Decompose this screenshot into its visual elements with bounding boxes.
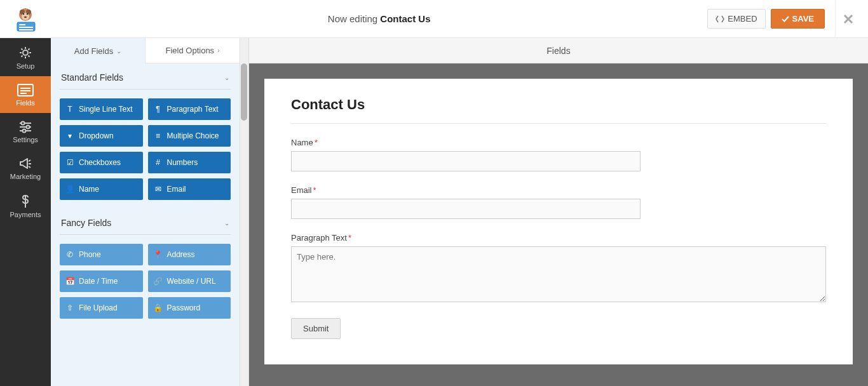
text-icon: T (66, 105, 74, 114)
canvas-title: Fields (249, 38, 868, 63)
calendar-icon: 📅 (66, 277, 74, 286)
svg-point-11 (23, 50, 28, 55)
field-checkboxes[interactable]: ☑Checkboxes (60, 152, 143, 173)
dollar-icon (21, 194, 30, 208)
field-password[interactable]: 🔒Password (148, 297, 231, 319)
svg-point-5 (27, 13, 29, 15)
field-dropdown[interactable]: ▾Dropdown (60, 125, 143, 147)
nav-marketing[interactable]: Marketing (0, 150, 51, 187)
chevron-down-icon: ⌄ (116, 48, 121, 55)
svg-point-6 (24, 16, 27, 18)
panel-tabs: Add Fields ⌄ Field Options › (51, 38, 240, 63)
tab-add-fields[interactable]: Add Fields ⌄ (51, 38, 145, 63)
field-email[interactable]: ✉Email (148, 178, 231, 200)
field-single-line-text[interactable]: TSingle Line Text (60, 98, 143, 120)
svg-point-20 (27, 126, 30, 129)
preview-field-email[interactable]: Email* (291, 185, 826, 219)
form-preview: Contact Us Name* Email* Paragraph Text* … (264, 79, 853, 364)
scrollbar-thumb[interactable] (241, 63, 247, 121)
paragraph-label: Paragraph Text* (291, 233, 826, 243)
link-icon: 🔗 (154, 277, 162, 286)
preview-field-paragraph[interactable]: Paragraph Text* (291, 233, 826, 304)
close-button[interactable] (835, 0, 860, 38)
name-input[interactable] (291, 151, 641, 171)
svg-rect-9 (19, 27, 33, 28)
top-actions: EMBED SAVE (707, 0, 868, 38)
field-phone[interactable]: ✆Phone (60, 244, 143, 265)
sliders-icon (18, 121, 32, 133)
canvas-area[interactable]: Contact Us Name* Email* Paragraph Text* … (249, 63, 868, 386)
chevron-down-icon: ⌄ (224, 74, 229, 81)
envelope-icon: ✉ (154, 185, 162, 194)
field-website-url[interactable]: 🔗Website / URL (148, 270, 231, 292)
wpforms-logo-icon (12, 6, 39, 32)
submit-button[interactable]: Submit (291, 318, 341, 339)
svg-rect-8 (19, 24, 25, 25)
field-numbers[interactable]: #Numbers (148, 152, 231, 173)
hash-icon: # (154, 158, 162, 167)
lock-icon: 🔒 (154, 303, 162, 312)
nav-fields[interactable]: Fields (0, 76, 51, 113)
check-icon (782, 15, 789, 23)
field-multiple-choice[interactable]: ≡Multiple Choice (148, 125, 231, 147)
field-name[interactable]: 👤Name (60, 178, 143, 200)
upload-icon: ⇧ (66, 303, 74, 312)
check-square-icon: ☑ (66, 158, 74, 167)
tab-field-options[interactable]: Field Options › (145, 38, 240, 63)
side-nav: Setup Fields Settings Marketing Payments (0, 38, 51, 386)
nav-settings[interactable]: Settings (0, 113, 51, 150)
section-fancy: Fancy Fields ⌄ ✆Phone 📍Address 📅Date / T… (51, 209, 240, 328)
bullhorn-icon (18, 157, 32, 170)
caret-square-icon: ▾ (66, 131, 74, 140)
map-marker-icon: 📍 (154, 250, 162, 259)
editing-label: Now editing Contact Us (51, 13, 707, 24)
svg-rect-10 (19, 29, 33, 30)
panel-scrollbar[interactable] (240, 38, 248, 386)
top-bar: Now editing Contact Us EMBED SAVE (0, 0, 868, 38)
section-standard-toggle[interactable]: Standard Fields ⌄ (60, 72, 231, 90)
user-icon: 👤 (66, 185, 74, 194)
canvas: Fields Contact Us Name* Email* Paragraph… (249, 38, 868, 386)
paragraph-textarea[interactable] (291, 246, 826, 302)
nav-payments[interactable]: Payments (0, 187, 51, 225)
field-file-upload[interactable]: ⇧File Upload (60, 297, 143, 319)
email-label: Email* (291, 185, 826, 195)
svg-point-19 (22, 122, 25, 125)
phone-icon: ✆ (66, 250, 74, 259)
logo (0, 6, 51, 32)
section-fancy-toggle[interactable]: Fancy Fields ⌄ (60, 218, 231, 235)
main: Setup Fields Settings Marketing Payments… (0, 38, 868, 386)
preview-field-name[interactable]: Name* (291, 138, 826, 171)
embed-button[interactable]: EMBED (707, 9, 765, 29)
svg-point-21 (23, 130, 26, 133)
form-title[interactable]: Contact Us (291, 96, 826, 124)
email-input[interactable] (291, 199, 641, 219)
nav-setup[interactable]: Setup (0, 38, 51, 76)
field-paragraph-text[interactable]: ¶Paragraph Text (148, 98, 231, 120)
form-icon (17, 84, 34, 96)
name-label: Name* (291, 138, 826, 147)
save-button[interactable]: SAVE (771, 9, 825, 29)
close-icon (843, 14, 853, 24)
section-standard: Standard Fields ⌄ TSingle Line Text ¶Par… (51, 63, 240, 209)
svg-point-4 (23, 13, 25, 15)
gear-icon (18, 46, 32, 60)
paragraph-icon: ¶ (154, 105, 162, 114)
field-date-time[interactable]: 📅Date / Time (60, 270, 143, 292)
list-icon: ≡ (154, 131, 162, 140)
chevron-right-icon: › (217, 47, 219, 54)
chevron-down-icon: ⌄ (224, 220, 229, 227)
fields-panel: Add Fields ⌄ Field Options › Standard Fi… (51, 38, 249, 386)
field-address[interactable]: 📍Address (148, 244, 231, 265)
code-icon (715, 15, 724, 23)
